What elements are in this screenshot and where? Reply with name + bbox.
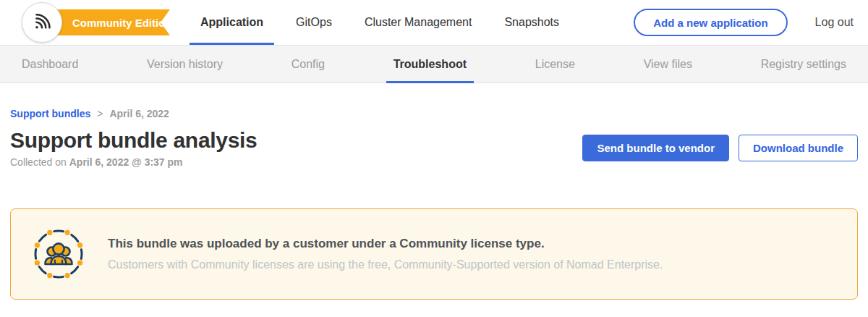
bundle-actions: Send bundle to vendor Download bundle	[582, 135, 858, 161]
breadcrumb-support-bundles-link[interactable]: Support bundles	[10, 108, 90, 119]
subnav-item-label: License	[535, 58, 575, 71]
alert-text: This bundle was uploaded by a customer u…	[108, 237, 663, 271]
nav-item-gitops[interactable]: GitOps	[285, 0, 343, 45]
breadcrumb-separator: >	[97, 108, 103, 119]
nav-item-label: GitOps	[296, 16, 332, 29]
subnav-item-version-history[interactable]: Version history	[140, 46, 230, 83]
subnav-item-label: Config	[292, 58, 325, 71]
subnav-item-label: Version history	[147, 58, 223, 71]
community-group-icon	[31, 227, 86, 282]
send-bundle-to-vendor-button[interactable]: Send bundle to vendor	[582, 135, 729, 161]
nav-item-cluster-management[interactable]: Cluster Management	[354, 0, 483, 45]
subnav-item-config[interactable]: Config	[284, 46, 332, 83]
collected-value: April 6, 2022 @ 3:37 pm	[69, 156, 183, 168]
nav-item-label: Snapshots	[504, 16, 559, 29]
subnav-item-license[interactable]: License	[528, 46, 582, 83]
subnav-item-registry-settings[interactable]: Registry settings	[754, 46, 854, 83]
app-logo[interactable]	[22, 2, 62, 43]
subnav-item-label: Registry settings	[761, 58, 846, 71]
subnav-item-troubleshoot[interactable]: Troubleshoot	[386, 46, 474, 83]
subnav-item-label: Troubleshoot	[393, 58, 467, 71]
app-subnav: Dashboard Version history Config Trouble…	[0, 45, 868, 83]
title-row: Support bundle analysis Collected on Apr…	[10, 128, 858, 168]
subnav-item-view-files[interactable]: View files	[637, 46, 699, 83]
community-edition-label: Community Edition	[72, 17, 172, 29]
subnav-item-dashboard[interactable]: Dashboard	[14, 46, 85, 83]
alert-body: Customers with Community licenses are us…	[108, 258, 663, 271]
page-title: Support bundle analysis	[10, 128, 257, 153]
replicated-waves-icon	[32, 11, 52, 34]
header-right: Add a new application Log out	[634, 0, 854, 45]
collected-prefix: Collected on	[10, 156, 69, 168]
brand-area: Community Edition	[0, 0, 190, 45]
nav-item-label: Cluster Management	[365, 16, 472, 29]
top-header: Community Edition Application GitOps	[0, 0, 868, 45]
nav-item-label: Application	[200, 16, 263, 29]
subnav-item-label: View files	[644, 58, 692, 71]
collected-timestamp: Collected on April 6, 2022 @ 3:37 pm	[10, 156, 257, 168]
subnav-item-label: Dashboard	[22, 58, 78, 71]
add-application-button[interactable]: Add a new application	[634, 9, 787, 36]
alert-heading: This bundle was uploaded by a customer u…	[108, 237, 663, 251]
download-bundle-button[interactable]: Download bundle	[739, 135, 858, 161]
logout-link[interactable]: Log out	[815, 16, 854, 29]
breadcrumb-current: April 6, 2022	[109, 108, 169, 119]
breadcrumb: Support bundles > April 6, 2022	[10, 108, 858, 119]
main-content: Support bundles > April 6, 2022 Support …	[0, 83, 868, 300]
primary-nav: Application GitOps Cluster Management Sn…	[190, 0, 581, 45]
nav-item-application[interactable]: Application	[190, 0, 274, 45]
title-block: Support bundle analysis Collected on Apr…	[10, 128, 257, 168]
nav-item-snapshots[interactable]: Snapshots	[493, 0, 570, 45]
community-license-alert: This bundle was uploaded by a customer u…	[10, 208, 858, 300]
